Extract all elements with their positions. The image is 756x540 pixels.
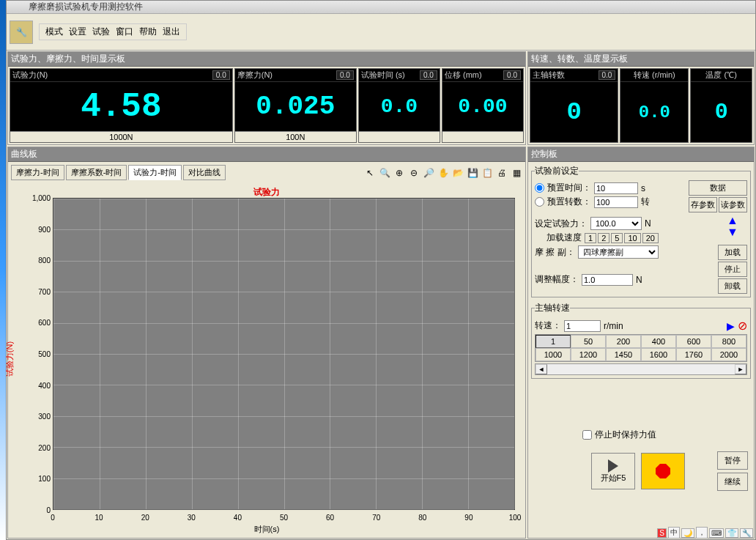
tray-icon[interactable]: 👕	[725, 528, 738, 538]
zoom-plus-icon[interactable]: ⊕	[393, 167, 405, 179]
tab-friction-time[interactable]: 摩擦力-时间	[11, 165, 64, 180]
open-icon[interactable]: 📂	[452, 167, 464, 179]
speed-preset-1[interactable]: 1	[536, 335, 571, 348]
friction-zero[interactable]: 0.0	[336, 70, 354, 80]
read-params-button[interactable]: 读参数	[719, 197, 747, 212]
print-icon[interactable]: 🖨	[496, 167, 508, 179]
y-tick: 200	[26, 443, 51, 451]
save-params-button[interactable]: 存参数	[689, 197, 717, 212]
adjust-amp-input[interactable]	[582, 274, 633, 286]
force-label: 试验力(N)	[12, 70, 48, 81]
speed-preset-600[interactable]: 600	[676, 335, 711, 348]
menu-test[interactable]: 试验	[92, 26, 110, 38]
start-button[interactable]: 开始F5	[591, 453, 635, 489]
pointer-icon[interactable]: ↖	[364, 167, 376, 179]
speed-preset-1000[interactable]: 1000	[536, 348, 571, 361]
x-tick: 30	[188, 514, 196, 522]
chart-panel: 曲线板 摩擦力-时间 摩擦系数-时间 试验力-时间 对比曲线 ↖ 🔍 ⊕ ⊖ 🔎	[7, 147, 526, 539]
pretest-fieldset: 试验前设定 预置时间： s 预置转数：	[531, 165, 751, 297]
friction-pair-select[interactable]: 四球摩擦副	[578, 245, 659, 259]
speed-preset-50[interactable]: 50	[571, 335, 606, 348]
continue-button[interactable]: 继续	[717, 473, 748, 491]
time-zero[interactable]: 0.0	[420, 70, 437, 80]
menu-exit[interactable]: 退出	[163, 26, 180, 38]
readout-rpm: 转速 (r/min) 0.0	[620, 68, 689, 143]
zoom-in-icon[interactable]: 🔍	[379, 167, 390, 179]
tab-force-time[interactable]: 试验力-时间	[128, 165, 182, 180]
menu-help[interactable]: 帮助	[139, 26, 157, 38]
hold-force-checkbox[interactable]	[582, 430, 592, 440]
load-speed-1[interactable]: 1	[585, 233, 596, 243]
scroll-right-icon[interactable]: ►	[735, 364, 746, 374]
load-speed-2[interactable]: 2	[598, 233, 609, 243]
speed-scrollbar[interactable]: ◄ ►	[535, 363, 747, 375]
speed-preset-200[interactable]: 200	[606, 335, 641, 348]
scroll-left-icon[interactable]: ◄	[536, 364, 547, 374]
tray-icon[interactable]: 🌙	[681, 528, 694, 538]
force-range: 1000N	[10, 131, 232, 142]
x-tick: 10	[95, 514, 103, 522]
preset-rev-radio[interactable]	[535, 197, 544, 207]
menu-settings[interactable]: 设置	[69, 26, 86, 38]
set-force-select[interactable]: 100.0	[590, 217, 642, 230]
preset-rev-input[interactable]	[594, 196, 638, 208]
speed-preset-1760[interactable]: 1760	[676, 348, 711, 361]
export-icon[interactable]: 📋	[481, 167, 493, 179]
y-tick: 500	[26, 350, 51, 358]
load-speed-5[interactable]: 5	[611, 233, 623, 243]
speed-preset-grid: 150200400600800100012001450160017602000	[535, 334, 747, 362]
force-zero[interactable]: 0.0	[212, 70, 230, 80]
set-force-label: 设定试验力：	[535, 218, 588, 230]
spindle-label: 主轴转数	[533, 70, 565, 81]
save-icon[interactable]: 💾	[467, 167, 478, 179]
scroll-track[interactable]	[547, 364, 735, 374]
speed-preset-1600[interactable]: 1600	[641, 348, 676, 361]
spindle-zero[interactable]: 0.0	[598, 70, 616, 80]
chart-area: 试验力 试验力(N) 时间(s) 01002003004005006007008…	[12, 185, 521, 533]
load-speed-20[interactable]: 20	[642, 233, 659, 243]
rpm-stop-icon[interactable]: ⊘	[738, 319, 747, 333]
disp-zero[interactable]: 0.0	[503, 70, 521, 80]
tab-coeff-time[interactable]: 摩擦系数-时间	[66, 165, 127, 180]
speed-preset-2000[interactable]: 2000	[711, 348, 746, 361]
load-button[interactable]: 加载	[718, 245, 747, 260]
pan-icon[interactable]: ✋	[437, 167, 449, 179]
chart-toolbar: ↖ 🔍 ⊕ ⊖ 🔎 ✋ 📂 💾 📋 🖨 ▦	[364, 167, 522, 179]
speed-preset-800[interactable]: 800	[711, 335, 746, 348]
stop-load-button[interactable]: 停止	[718, 262, 747, 277]
preset-time-input[interactable]	[594, 182, 638, 194]
stop-button[interactable]	[641, 453, 685, 489]
speed-preset-400[interactable]: 400	[641, 335, 676, 348]
grid-icon[interactable]: ▦	[511, 167, 522, 179]
plot-area[interactable]	[53, 198, 515, 510]
speed-preset-1450[interactable]: 1450	[606, 348, 641, 361]
readout-force: 试验力(N)0.0 4.58 1000N	[10, 68, 233, 143]
menu-mode[interactable]: 模式	[45, 26, 63, 38]
rpm-input[interactable]	[564, 320, 601, 332]
chart-tabs: 摩擦力-时间 摩擦系数-时间 试验力-时间 对比曲线	[11, 165, 227, 180]
menu-window[interactable]: 窗口	[116, 26, 133, 38]
tray-icon[interactable]: ⌨	[709, 528, 724, 538]
x-tick: 0	[51, 514, 55, 522]
y-tick: 1,000	[26, 194, 51, 202]
zoom-reset-icon[interactable]: 🔎	[423, 167, 434, 179]
force-down-icon[interactable]: ▼	[727, 227, 738, 237]
force-up-icon[interactable]: ▲	[727, 215, 738, 226]
data-button[interactable]: 数据	[689, 180, 747, 196]
tab-compare[interactable]: 对比曲线	[183, 165, 226, 180]
tray-icon[interactable]: S	[657, 528, 667, 538]
tray-icon[interactable]: 中	[668, 527, 680, 539]
speed-preset-1200[interactable]: 1200	[571, 348, 606, 361]
preset-time-label: 预置时间：	[547, 182, 591, 194]
load-speed-10[interactable]: 10	[624, 233, 640, 243]
tray-icon[interactable]: 🔧	[740, 528, 753, 538]
rpm-play-icon[interactable]: ▶	[727, 320, 735, 332]
zoom-minus-icon[interactable]: ⊖	[408, 167, 420, 179]
preset-time-radio[interactable]	[535, 183, 544, 193]
unload-button[interactable]: 卸载	[718, 278, 747, 294]
friction-label: 摩擦力(N)	[237, 70, 273, 81]
tray-icon[interactable]: ，	[696, 527, 708, 539]
pause-button[interactable]: 暂停	[717, 451, 748, 470]
set-force-unit: N	[645, 218, 651, 229]
rpm-input-label: 转速：	[535, 319, 561, 332]
